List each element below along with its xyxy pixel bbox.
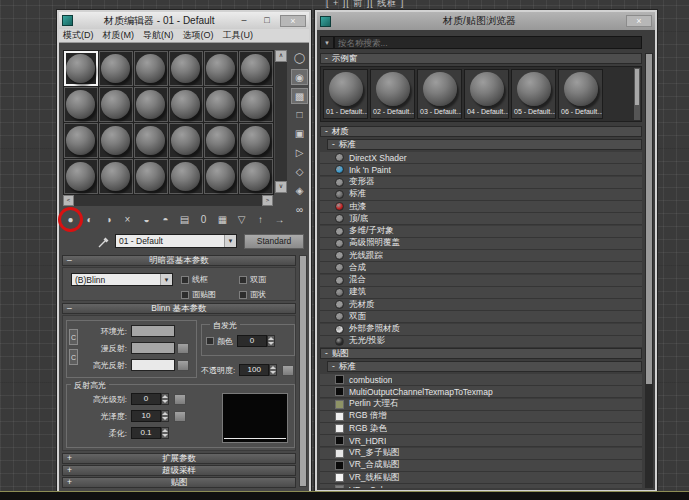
spinner-arrows-icon[interactable] (161, 393, 169, 405)
rollout-shader-basic-params[interactable]: – 明暗器基本参数 (62, 255, 296, 266)
material-slot[interactable] (134, 87, 168, 122)
browser-item[interactable]: combustion (320, 374, 642, 386)
show-map-in-viewport-button[interactable]: ▦ (214, 212, 231, 228)
browser-sample-slot[interactable]: 05 - Default... (511, 69, 556, 119)
params-scrollbar[interactable] (299, 255, 307, 487)
opacity-spinner[interactable]: 100 (239, 364, 277, 376)
put-to-library-button[interactable]: ▤ (176, 212, 193, 228)
browser-item[interactable]: 外部参照材质 (320, 324, 642, 336)
specular-color-swatch[interactable] (131, 359, 175, 371)
go-to-parent-button[interactable]: ↑ (252, 212, 269, 228)
chevron-down-icon[interactable]: ▼ (224, 235, 236, 247)
specular-level-map-button[interactable] (174, 394, 186, 405)
options-button[interactable]: ◇ (291, 164, 308, 180)
scrollbar-thumb[interactable] (635, 69, 639, 105)
material-slot[interactable] (64, 51, 98, 86)
material-name-dropdown[interactable]: 01 - Default ▼ (115, 234, 237, 248)
sample-uv-tiling-button[interactable]: □ (291, 107, 308, 123)
menu-导航(N)[interactable]: 导航(N) (143, 29, 174, 42)
browser-scrollbar[interactable] (645, 53, 653, 488)
section-samples[interactable]: -示例窗 (320, 53, 642, 64)
scroll-up-icon[interactable]: ∧ (275, 50, 287, 62)
material-slot[interactable] (239, 159, 273, 194)
browser-sample-slot[interactable]: 04 - Default... (464, 69, 509, 119)
specular-map-button[interactable] (177, 360, 189, 371)
glossiness-map-button[interactable] (174, 411, 186, 422)
material-slot[interactable] (239, 51, 273, 86)
browser-sample-slot[interactable]: 03 - Default... (417, 69, 462, 119)
slots-horizontal-scrollbar[interactable]: < > (63, 195, 273, 206)
browser-sample-slot[interactable]: 01 - Default... (323, 69, 368, 119)
self-illum-color-checkbox[interactable] (206, 337, 214, 345)
section-maps[interactable]: -贴图 (320, 348, 642, 359)
diffuse-color-swatch[interactable] (131, 342, 175, 354)
browser-item[interactable]: Ink 'n Paint (320, 164, 642, 176)
diffuse-map-button[interactable] (177, 343, 189, 354)
material-slot[interactable] (64, 159, 98, 194)
assign-material-to-selection-button[interactable]: ◑ (100, 212, 117, 228)
material-slot[interactable] (239, 123, 273, 158)
browser-item[interactable]: 双面 (320, 311, 642, 323)
checkbox-面贴图[interactable]: 面贴图 (181, 287, 239, 302)
browser-item[interactable]: 建筑 (320, 287, 642, 299)
material-slot[interactable] (204, 87, 238, 122)
browser-item[interactable]: 多维/子对象 (320, 226, 642, 238)
material-slot[interactable] (99, 123, 133, 158)
eyedropper-icon[interactable] (97, 235, 110, 253)
spinner-arrows-icon[interactable] (269, 364, 277, 376)
material-slot[interactable] (134, 159, 168, 194)
checkbox-面状[interactable]: 面状 (239, 287, 291, 302)
browser-item[interactable]: VRayColor (320, 484, 642, 488)
material-slot[interactable] (99, 159, 133, 194)
scroll-down-icon[interactable]: ∨ (275, 181, 287, 193)
browser-item[interactable]: DirectX Shader (320, 152, 642, 164)
browser-item[interactable]: RGB 染色 (320, 423, 642, 435)
rollout-扩展参数[interactable]: +扩展参数 (62, 453, 296, 464)
menu-选项(O)[interactable]: 选项(O) (183, 29, 214, 42)
shader-type-dropdown[interactable]: (B)Blinn ▼ (71, 273, 173, 286)
specular-level-spinner[interactable]: 0 (131, 393, 169, 405)
material-slot[interactable] (64, 123, 98, 158)
sample-type-button[interactable]: ◯ (291, 50, 308, 66)
spinner-arrows-icon[interactable] (161, 427, 169, 439)
material-slot[interactable] (169, 159, 203, 194)
material-slot[interactable] (204, 123, 238, 158)
browser-item[interactable]: VR_线框贴图 (320, 472, 642, 484)
self-illum-spinner[interactable]: 0 (237, 335, 275, 347)
lock-diffuse-specular-button[interactable]: C (69, 349, 78, 365)
spinner-arrows-icon[interactable] (267, 335, 275, 347)
go-forward-to-sibling-button[interactable]: → (271, 212, 288, 228)
make-material-copy-button[interactable]: ◒ (138, 212, 155, 228)
material-slot[interactable] (169, 51, 203, 86)
menu-材质(M)[interactable]: 材质(M) (103, 29, 135, 42)
menu-模式(D)[interactable]: 模式(D) (63, 29, 94, 42)
browser-item[interactable]: RGB 倍增 (320, 411, 642, 423)
reset-map-button[interactable]: × (119, 212, 136, 228)
material-slot[interactable] (64, 87, 98, 122)
rollout-贴图[interactable]: +贴图 (62, 477, 296, 488)
rollout-blinn-basic-params[interactable]: – Blinn 基本参数 (62, 303, 296, 314)
browser-item[interactable]: 混合 (320, 275, 642, 287)
lock-ambient-diffuse-button[interactable]: C (69, 329, 78, 345)
rollout-超级采样[interactable]: +超级采样 (62, 465, 296, 476)
browser-item[interactable]: 虫漆 (320, 201, 642, 213)
search-input[interactable] (334, 36, 642, 49)
ambient-color-swatch[interactable] (131, 325, 175, 337)
close-button[interactable]: × (280, 15, 306, 27)
close-button[interactable]: × (626, 15, 652, 27)
browser-item[interactable]: 合成 (320, 262, 642, 274)
browser-item[interactable]: Perlin 大理石 (320, 399, 642, 411)
soften-spinner[interactable]: 0.1 (131, 427, 169, 439)
menu-工具(U)[interactable]: 工具(U) (223, 29, 254, 42)
background-button[interactable]: ▩ (291, 88, 308, 104)
spinner-arrows-icon[interactable] (161, 410, 169, 422)
slots-vertical-scrollbar[interactable]: ∧ ∨ (275, 50, 287, 193)
browser-titlebar[interactable]: 材质/贴图浏览器 × (317, 12, 655, 30)
material-slot[interactable] (204, 159, 238, 194)
material-id-channel-button[interactable]: 0 (195, 212, 212, 228)
browser-sample-slot[interactable]: 02 - Default... (370, 69, 415, 119)
editor-titlebar[interactable]: 材质编辑器 - 01 - Default – □ × (59, 12, 309, 29)
material-slot[interactable] (239, 87, 273, 122)
scroll-left-icon[interactable]: < (63, 195, 74, 206)
section-materials-standard[interactable]: -标准 (327, 139, 642, 150)
